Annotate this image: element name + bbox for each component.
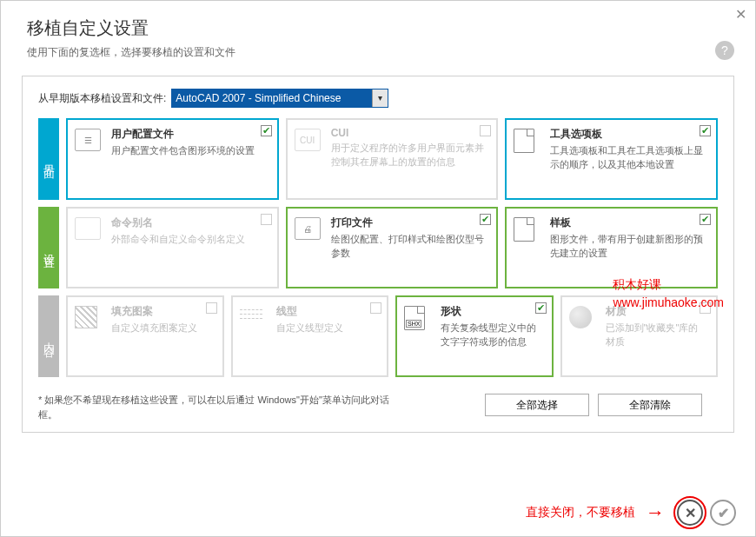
arrow-right-icon: → (646, 501, 665, 524)
card-title: CUI (331, 127, 488, 139)
card-user-profile[interactable]: ☰ 用户配置文件 用户配置文件包含图形环境的设置 ✔ (66, 118, 279, 200)
linetype-icon (240, 304, 271, 368)
chevron-down-icon[interactable]: ▾ (372, 90, 388, 107)
card-desc: 已添加到"收藏夹"库的材质 (606, 322, 708, 349)
dropdown-value: AutoCAD 2007 - Simplified Chinese (176, 92, 341, 104)
card-title: 形状 (441, 304, 543, 319)
card-title: 用户配置文件 (111, 127, 269, 142)
section-settings-label: 设置 (38, 207, 59, 288)
card-title: 打印文件 (331, 215, 488, 230)
dialog-header: 移植自定义设置 使用下面的复选框，选择要移植的设置和文件 (1, 1, 755, 69)
watermark-line1: 积木好课 (613, 275, 724, 294)
checkbox-icon[interactable] (370, 302, 381, 314)
section-content-label: 内容 (38, 295, 59, 377)
card-desc: 有关复杂线型定义中的文字字符或形的信息 (441, 322, 543, 349)
material-icon (569, 304, 600, 368)
watermark: 积木好课 www.jimuhaoke.com (613, 275, 724, 312)
template-icon (514, 215, 545, 280)
card-shape[interactable]: SHX 形状 有关复杂线型定义中的文字字符或形的信息 ✔ (395, 295, 554, 377)
card-desc: 外部命令和自定义命令别名定义 (111, 233, 269, 247)
card-title: 填充图案 (111, 304, 214, 319)
card-desc: 图形文件，带有用于创建新图形的预先建立的设置 (550, 233, 707, 261)
card-title: 命令别名 (111, 215, 269, 230)
help-icon[interactable]: ? (715, 41, 734, 60)
alias-icon (75, 215, 106, 280)
bottom-actions: 直接关闭，不要移植 → ✕ ✔ (526, 500, 736, 526)
version-dropdown[interactable]: AutoCAD 2007 - Simplified Chinese ▾ (171, 89, 388, 108)
ok-button[interactable]: ✔ (710, 500, 736, 526)
card-title: 线型 (276, 304, 379, 319)
dropdown-label: 从早期版本移植设置和文件: (38, 91, 166, 106)
dialog-window: ✕ 移植自定义设置 使用下面的复选框，选择要移植的设置和文件 ? 从早期版本移植… (0, 0, 756, 537)
footnote-text: * 如果您不希望现在移植这些设置，可以在以后通过 Windows"开始"菜单访问… (38, 393, 403, 421)
hatch-icon (75, 304, 106, 368)
checkbox-icon[interactable] (480, 125, 491, 136)
card-command-alias[interactable]: 命令别名 外部命令和自定义命令别名定义 (66, 207, 279, 288)
window-close-icon[interactable]: ✕ (735, 6, 746, 23)
printer-icon: 🖨 (295, 215, 326, 280)
palette-icon (514, 127, 545, 191)
content-panel: 从早期版本移植设置和文件: AutoCAD 2007 - Simplified … (22, 76, 734, 433)
checkbox-icon[interactable]: ✔ (261, 125, 272, 136)
card-hatch[interactable]: 填充图案 自定义填充图案定义 (66, 295, 224, 377)
card-desc: 自定义填充图案定义 (111, 322, 214, 335)
shx-icon: SHX (404, 304, 435, 368)
checkbox-icon[interactable]: ✔ (700, 214, 711, 225)
checkbox-icon[interactable]: ✔ (535, 302, 547, 314)
dialog-subtitle: 使用下面的复选框，选择要移植的设置和文件 (27, 45, 729, 60)
watermark-line2: www.jimuhaoke.com (613, 294, 724, 312)
checkbox-icon[interactable] (206, 302, 217, 314)
card-desc: 自定义线型定义 (276, 322, 379, 335)
source-version-row: 从早期版本移植设置和文件: AutoCAD 2007 - Simplified … (38, 89, 718, 108)
profile-icon: ☰ (75, 127, 106, 191)
checkbox-icon[interactable] (261, 214, 272, 225)
card-desc: 用户配置文件包含图形环境的设置 (111, 144, 269, 158)
clear-all-button[interactable]: 全部清除 (598, 394, 702, 416)
card-desc: 绘图仪配置、打印样式和绘图仪型号参数 (331, 233, 488, 261)
dialog-title: 移植自定义设置 (27, 17, 729, 40)
footer-buttons: 全部选择 全部清除 (485, 394, 702, 416)
card-cui[interactable]: CUI CUI 用于定义程序的许多用户界面元素并控制其在屏幕上的放置的信息 (286, 118, 499, 200)
select-all-button[interactable]: 全部选择 (485, 394, 589, 416)
card-desc: 用于定义程序的许多用户界面元素并控制其在屏幕上的放置的信息 (331, 142, 488, 169)
section-ui-label: 界面 (38, 118, 59, 200)
card-title: 样板 (550, 215, 707, 230)
card-desc: 工具选项板和工具在工具选项板上显示的顺序，以及其他本地设置 (550, 144, 707, 172)
card-print-files[interactable]: 🖨 打印文件 绘图仪配置、打印样式和绘图仪型号参数 ✔ (286, 207, 499, 288)
close-hint: 直接关闭，不要移植 (526, 505, 635, 520)
checkbox-icon[interactable]: ✔ (700, 125, 711, 136)
section-ui: 界面 ☰ 用户配置文件 用户配置文件包含图形环境的设置 ✔ CUI CUI 用于… (38, 118, 718, 200)
cancel-button[interactable]: ✕ (677, 500, 703, 526)
card-title: 工具选项板 (550, 127, 707, 142)
card-linetype[interactable]: 线型 自定义线型定义 (231, 295, 389, 377)
cui-icon: CUI (295, 127, 326, 191)
checkbox-icon[interactable]: ✔ (480, 214, 491, 225)
card-tool-palette[interactable]: 工具选项板 工具选项板和工具在工具选项板上显示的顺序，以及其他本地设置 ✔ (505, 118, 718, 200)
